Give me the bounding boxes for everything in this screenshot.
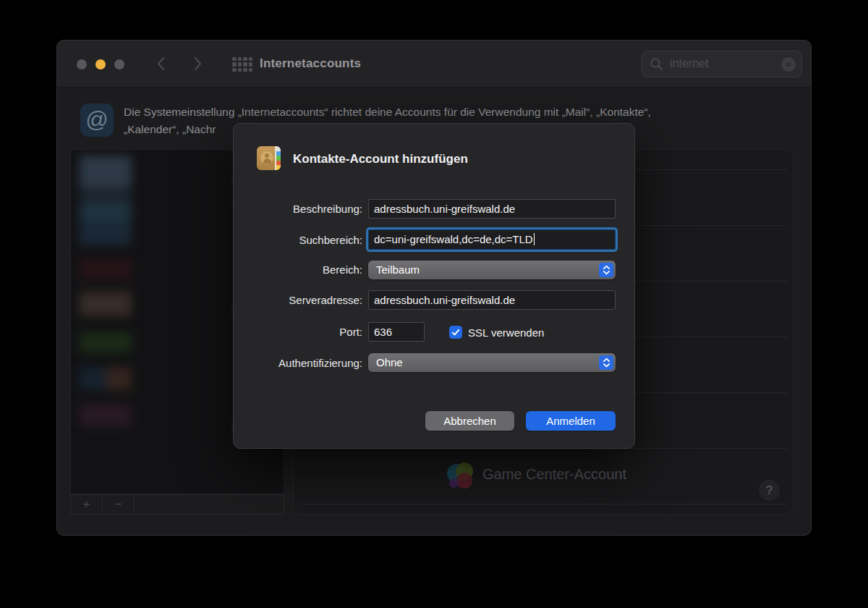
sidebar-toolbar: + − <box>70 494 284 515</box>
authentication-popup[interactable]: Ohne <box>368 353 616 372</box>
description-label: Beschreibung: <box>234 203 362 215</box>
sidebar-blur-block <box>80 258 132 280</box>
back-button[interactable] <box>156 56 166 72</box>
sidebar-blur-block <box>80 187 132 205</box>
internet-accounts-icon: @ <box>80 104 114 137</box>
cancel-button[interactable]: Abbrechen <box>425 411 514 431</box>
ssl-checkbox[interactable] <box>449 326 462 339</box>
sidebar-blur-block <box>80 405 132 426</box>
authentication-label: Authentifizierung: <box>234 357 362 369</box>
search-icon <box>650 57 664 75</box>
close-window-button[interactable] <box>77 59 87 69</box>
panel-row-separator <box>299 504 787 504</box>
clear-search-icon[interactable]: ✕ <box>781 57 796 72</box>
submit-button[interactable]: Anmelden <box>526 411 616 431</box>
search-base-value: dc=uni-greifswald,dc=de,dc=TLD <box>374 233 533 245</box>
sidebar-blur-block <box>106 367 132 390</box>
authentication-popup-value: Ohne <box>376 356 403 368</box>
text-caret <box>534 233 535 245</box>
checkmark-icon <box>451 329 460 337</box>
scope-popup[interactable]: Teilbaum <box>368 261 616 279</box>
sidebar-blur-block <box>80 332 132 352</box>
sidebar-blur-block <box>80 221 132 245</box>
game-center-account-row[interactable]: Game Center-Account <box>482 466 626 483</box>
search-input-value[interactable]: internet <box>670 57 708 70</box>
help-button[interactable]: ? <box>759 480 780 501</box>
ssl-checkbox-label[interactable]: SSL verwenden <box>468 326 544 339</box>
scope-popup-value: Teilbaum <box>376 263 420 276</box>
window-title: Internetaccounts <box>260 56 361 71</box>
add-account-button[interactable]: + <box>71 495 103 514</box>
search-base-label: Suchbereich: <box>234 234 362 246</box>
titlebar: Internetaccounts internet ✕ <box>57 41 811 88</box>
search-base-field[interactable]: dc=uni-greifswald,dc=de,dc=TLD <box>368 229 616 250</box>
game-center-icon <box>447 463 475 490</box>
contacts-app-icon <box>257 146 281 170</box>
port-label: Port: <box>234 326 362 338</box>
sidebar-blur-block <box>80 367 106 390</box>
server-address-field[interactable]: adressbuch.uni-greifswald.de <box>368 290 616 310</box>
port-field[interactable]: 636 <box>368 322 425 342</box>
sidebar-blur-block <box>80 156 132 187</box>
screen: Internetaccounts internet ✕ @ Die System… <box>0 0 868 608</box>
intro-line-1: Die Systemeinstellung „Internetaccounts“… <box>124 104 804 121</box>
scope-label: Bereich: <box>234 263 362 276</box>
description-field[interactable]: adressbuch.uni-greifswald.de <box>368 199 616 219</box>
popup-chevrons-icon <box>599 355 613 370</box>
forward-button[interactable] <box>193 56 203 72</box>
show-all-grid-icon[interactable] <box>232 57 252 72</box>
sidebar-blur-block <box>80 292 132 316</box>
popup-chevrons-icon <box>599 263 613 277</box>
minimize-window-button[interactable] <box>95 59 106 69</box>
dialog-title: Kontakte-Account hinzufügen <box>293 152 468 166</box>
zoom-window-button[interactable] <box>114 59 124 69</box>
remove-account-button[interactable]: − <box>103 495 135 514</box>
add-contacts-account-dialog: Kontakte-Account hinzufügen Beschreibung… <box>233 123 635 449</box>
server-address-label: Serveradresse: <box>234 294 362 306</box>
search-field[interactable]: internet ✕ <box>642 51 802 77</box>
